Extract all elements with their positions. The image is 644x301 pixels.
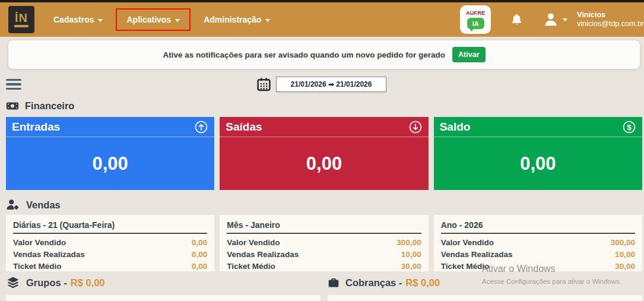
card-value: 0,00 bbox=[6, 137, 214, 190]
notification-message: Ative as notificações para ser avisado q… bbox=[163, 50, 445, 59]
top-navbar: İN Cadastros Aplicativos Administração A… bbox=[0, 2, 644, 37]
chevron-down-icon bbox=[265, 19, 270, 22]
stat-label: Ticket Médio bbox=[13, 261, 62, 273]
stat-row: Vendas Realizadas 10,00 bbox=[441, 249, 635, 261]
calendar-icon[interactable] bbox=[256, 77, 271, 92]
stat-row: Ticket Médio 30,00 bbox=[227, 261, 421, 273]
activate-notifications-button[interactable]: Ativar bbox=[452, 47, 485, 62]
chevron-down-icon bbox=[98, 19, 103, 22]
user-email: vinicios@tdp.com.br bbox=[577, 20, 644, 28]
menu-item-label: Administração bbox=[204, 15, 261, 24]
user-menu-button[interactable]: Vinicios vinicios@tdp.com.br bbox=[543, 11, 644, 28]
notifications-bell-button[interactable] bbox=[510, 12, 524, 27]
stat-label: Vendas Realizadas bbox=[441, 249, 513, 261]
card-entradas[interactable]: Entradas 0,00 bbox=[6, 117, 214, 190]
section-title-text: Financeiro bbox=[25, 100, 74, 112]
stat-value: 0,00 bbox=[192, 237, 207, 249]
stat-value: 0,00 bbox=[192, 261, 207, 273]
stat-value: 30,00 bbox=[401, 261, 421, 273]
stat-row: Ticket Médio 0,00 bbox=[13, 261, 207, 273]
section-title-text: Grupos - bbox=[26, 277, 67, 289]
panel-header: Mês - Janeiro bbox=[227, 218, 421, 234]
vendas-panel-mes: Mês - Janeiro Valor Vendido 300,00 Venda… bbox=[220, 215, 428, 271]
briefcase-icon bbox=[328, 277, 340, 289]
cobrancas-section-title: Cobranças - R$ 0,00 bbox=[328, 275, 440, 290]
dollar-circle-icon: $ bbox=[622, 120, 636, 134]
watermark-line2: Acesse Configurações para ativar o Windo… bbox=[482, 278, 621, 285]
grupos-section-title: Grupos - R$ 0,00 bbox=[6, 275, 328, 290]
vendas-panel-ano: Ano - 2026 Valor Vendido 300,00 Vendas R… bbox=[434, 215, 642, 271]
user-icon bbox=[543, 11, 559, 28]
layers-icon bbox=[6, 275, 20, 290]
stat-row: Valor Vendido 0,00 bbox=[13, 237, 207, 249]
money-bill-icon bbox=[6, 99, 19, 112]
date-range-input[interactable]: 21/01/2026 ➡ 21/01/2026 bbox=[276, 77, 386, 92]
stat-value: 300,00 bbox=[611, 237, 635, 249]
menu-item-aplicativos[interactable]: Aplicativos bbox=[116, 8, 191, 31]
grupos-panel bbox=[6, 295, 321, 301]
card-saldo[interactable]: Saldo $ 0,00 bbox=[434, 117, 642, 190]
menu-item-label: Cadastros bbox=[53, 15, 94, 24]
stat-value: 10,00 bbox=[401, 249, 421, 261]
menu-item-label: Aplicativos bbox=[126, 15, 171, 24]
chevron-down-icon bbox=[175, 19, 180, 22]
dashboard-screen: İN Cadastros Aplicativos Administração A… bbox=[0, 0, 644, 301]
app-logo[interactable]: İN bbox=[8, 6, 34, 33]
user-name: Vinicios bbox=[577, 11, 644, 20]
stat-row: Vendas Realizadas 10,00 bbox=[227, 249, 421, 261]
stat-row: Valor Vendido 300,00 bbox=[227, 237, 421, 249]
stat-value: 300,00 bbox=[396, 237, 421, 249]
card-saidas[interactable]: Saídas 0,00 bbox=[220, 117, 428, 190]
user-tag-icon bbox=[6, 198, 20, 211]
stat-row: Vendas Realizadas 0,00 bbox=[13, 249, 207, 261]
section-title-text: Cobranças - bbox=[345, 277, 402, 289]
card-value: 0,00 bbox=[220, 137, 428, 190]
card-value: 0,00 bbox=[434, 137, 642, 190]
app-logo-underline bbox=[14, 25, 28, 27]
svg-text:$: $ bbox=[627, 122, 632, 131]
chevron-down-icon bbox=[563, 18, 567, 21]
panel-header: Ano - 2026 bbox=[441, 218, 635, 234]
stat-label: Vendas Realizadas bbox=[227, 249, 299, 261]
card-label: Entradas bbox=[12, 121, 60, 134]
aufre-label: AUFRE bbox=[466, 10, 486, 17]
hamburger-menu-icon[interactable] bbox=[6, 79, 21, 92]
stat-label: Vendas Realizadas bbox=[13, 249, 85, 261]
user-identity: Vinicios vinicios@tdp.com.br bbox=[577, 11, 644, 28]
section-title-text: Vendas bbox=[26, 199, 61, 211]
stat-label: Valor Vendido bbox=[441, 237, 494, 249]
financeiro-cards: Entradas 0,00 Saídas 0,00 Saldo $ 0,00 bbox=[6, 117, 642, 190]
windows-activation-watermark: Ativar o Windows Acesse Configurações pa… bbox=[482, 264, 621, 285]
grupos-total-value: R$ 0,00 bbox=[71, 277, 105, 289]
stat-row: Valor Vendido 300,00 bbox=[441, 237, 635, 249]
menu-item-administracao[interactable]: Administração bbox=[194, 9, 280, 30]
arrow-down-circle-icon bbox=[408, 120, 423, 134]
stat-label: Ticket Médio bbox=[227, 261, 275, 273]
cobrancas-panel bbox=[328, 295, 642, 301]
vendas-section-title: Vendas bbox=[6, 198, 61, 211]
panel-header: Diárias - 21 (Quarta-Feira) bbox=[13, 218, 207, 234]
notification-banner: Ative as notificações para ser avisado q… bbox=[8, 40, 640, 69]
date-range-picker: 21/01/2026 ➡ 21/01/2026 bbox=[256, 77, 386, 92]
aufre-ia-badge[interactable]: AUFRE IA bbox=[460, 5, 491, 34]
ia-chat-bubble-icon: IA bbox=[467, 18, 484, 29]
bottom-panels bbox=[6, 295, 642, 301]
stat-label: Valor Vendido bbox=[227, 237, 280, 249]
stat-label: Valor Vendido bbox=[13, 237, 66, 249]
card-label: Saídas bbox=[226, 121, 262, 134]
main-menu: Cadastros Aplicativos Administração bbox=[44, 8, 280, 31]
card-label: Saldo bbox=[440, 121, 471, 134]
menu-item-cadastros[interactable]: Cadastros bbox=[44, 9, 112, 30]
app-logo-text: İN bbox=[15, 12, 28, 24]
bell-icon bbox=[510, 12, 524, 27]
financeiro-section-title: Financeiro bbox=[6, 99, 74, 112]
arrow-up-circle-icon bbox=[194, 120, 208, 134]
vendas-panels: Diárias - 21 (Quarta-Feira) Valor Vendid… bbox=[6, 215, 642, 271]
stat-value: 0,00 bbox=[192, 249, 207, 261]
cobrancas-total-value: R$ 0,00 bbox=[405, 277, 440, 289]
watermark-line1: Ativar o Windows bbox=[482, 264, 621, 274]
vendas-panel-diarias: Diárias - 21 (Quarta-Feira) Valor Vendid… bbox=[6, 215, 214, 271]
stat-value: 10,00 bbox=[615, 249, 635, 261]
